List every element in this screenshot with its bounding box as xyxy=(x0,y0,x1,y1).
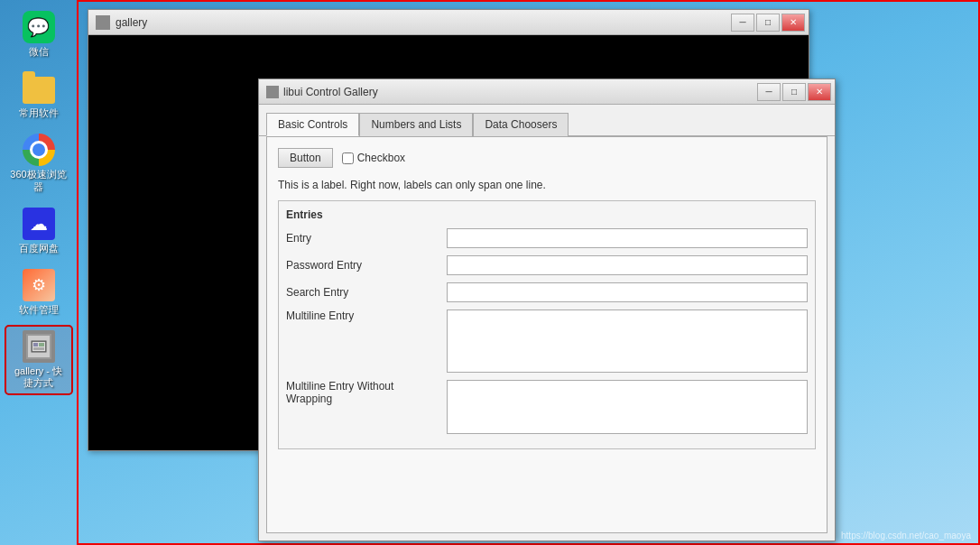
libui-window-controls: ─ □ ✕ xyxy=(757,83,831,101)
gallery-shortcut-icon-item[interactable]: gallery - 快捷方式 xyxy=(6,327,71,393)
checkbox-container: Checkbox xyxy=(342,152,405,164)
baidu-cloud-label: 百度网盘 xyxy=(19,243,59,254)
multiline-entry-label: Multiline Entry xyxy=(286,309,439,322)
tab-numbers-and-lists[interactable]: Numbers and Lists xyxy=(359,113,473,136)
common-software-icon-item[interactable]: 常用软件 xyxy=(6,69,71,123)
entry-input[interactable] xyxy=(447,228,808,248)
common-software-label: 常用软件 xyxy=(19,107,59,119)
libui-title-text: libui Control Gallery xyxy=(283,86,378,98)
gallery-maximize-btn[interactable]: □ xyxy=(756,14,780,32)
multiline-entry-input[interactable] xyxy=(447,309,808,373)
ui-checkbox[interactable] xyxy=(342,152,354,164)
libui-maximize-btn[interactable]: □ xyxy=(782,83,806,101)
libui-titlebar: libui Control Gallery ─ □ ✕ xyxy=(259,79,835,105)
svg-rect-2 xyxy=(33,343,38,346)
gallery-title-text: gallery xyxy=(116,16,147,29)
multiline-nowrap-entry-label: Multiline Entry Without Wrapping xyxy=(286,380,439,405)
gallery-window-controls: ─ □ ✕ xyxy=(731,14,805,32)
wechat-icon: 💬 xyxy=(23,11,55,43)
gallery-shortcut-icon xyxy=(23,330,55,363)
gallery-close-btn[interactable]: ✕ xyxy=(781,14,805,32)
multiline-nowrap-entry-input[interactable] xyxy=(447,380,808,434)
multiline-entry-row: Multiline Entry xyxy=(286,309,808,373)
entry-row: Entry xyxy=(286,228,808,248)
libui-minimize-btn[interactable]: ─ xyxy=(757,83,781,101)
multiline-nowrap-entry-row: Multiline Entry Without Wrapping xyxy=(286,380,808,434)
folder-icon xyxy=(23,72,55,105)
gallery-titlebar: gallery ─ □ ✕ xyxy=(88,10,809,35)
search-entry-input[interactable] xyxy=(447,282,808,302)
libui-window: libui Control Gallery ─ □ ✕ Basic Contro… xyxy=(258,79,836,541)
search-entry-label: Search Entry xyxy=(286,286,439,299)
gallery-minimize-btn[interactable]: ─ xyxy=(731,14,754,32)
entries-group-title: Entries xyxy=(286,208,808,221)
gallery-title-icon xyxy=(96,15,110,30)
libui-close-btn[interactable]: ✕ xyxy=(808,83,831,101)
search-entry-row: Search Entry xyxy=(286,282,808,302)
gallery-content-area: libui Control Gallery ─ □ ✕ Basic Contro… xyxy=(88,35,809,450)
baidu-cloud-icon-item[interactable]: ☁ 百度网盘 xyxy=(6,204,71,258)
watermark-text: https://blog.csdn.net/cao_maoya xyxy=(841,531,971,540)
main-area: gallery ─ □ ✕ libui Control Gallery ─ xyxy=(77,0,980,545)
browser-icon xyxy=(23,134,55,166)
wechat-label: 微信 xyxy=(29,46,49,58)
ui-label-text: This is a label. Right now, labels can o… xyxy=(278,179,816,191)
gallery-shortcut-label: gallery - 快捷方式 xyxy=(10,365,68,389)
baidu-cloud-icon: ☁ xyxy=(23,208,55,240)
entries-group: Entries Entry Password Entry xyxy=(278,200,816,449)
tabs-container: Basic Controls Numbers and Lists Data Ch… xyxy=(259,105,835,136)
entry-label: Entry xyxy=(286,232,439,245)
software-manager-icon-item[interactable]: ⚙ 软件管理 xyxy=(6,265,71,319)
checkbox-label: Checkbox xyxy=(357,152,405,164)
tab-data-choosers[interactable]: Data Choosers xyxy=(473,113,569,136)
browser-label: 360极速浏览器 xyxy=(10,169,68,192)
password-entry-input[interactable] xyxy=(447,255,808,275)
ui-button[interactable]: Button xyxy=(278,148,333,168)
controls-row: Button Checkbox xyxy=(278,148,816,168)
wechat-icon-item[interactable]: 💬 微信 xyxy=(6,7,71,61)
software-manager-label: 软件管理 xyxy=(19,304,59,316)
password-entry-row: Password Entry xyxy=(286,255,808,275)
desktop-icons: 💬 微信 常用软件 360极速浏览器 ☁ 百度网盘 xyxy=(0,0,77,545)
tab-content-area: Button Checkbox This is a label. Right n… xyxy=(266,136,827,533)
svg-rect-3 xyxy=(39,343,44,346)
libui-title-icon xyxy=(266,86,279,98)
tab-basic-controls[interactable]: Basic Controls xyxy=(266,113,359,136)
svg-rect-4 xyxy=(33,347,44,350)
password-entry-label: Password Entry xyxy=(286,259,439,272)
software-manager-icon: ⚙ xyxy=(23,269,55,301)
gallery-outer-window: gallery ─ □ ✕ libui Control Gallery ─ xyxy=(88,9,809,451)
browser-icon-item[interactable]: 360极速浏览器 xyxy=(6,130,71,196)
